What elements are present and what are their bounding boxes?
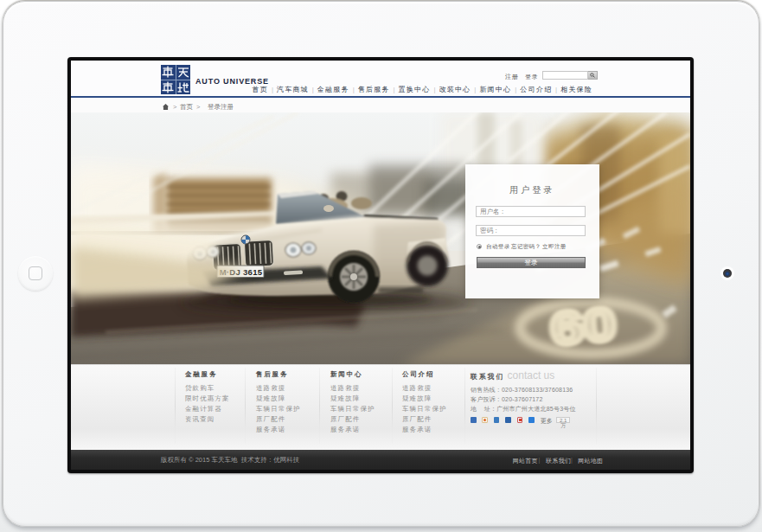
svg-text:60: 60 bbox=[548, 298, 618, 355]
